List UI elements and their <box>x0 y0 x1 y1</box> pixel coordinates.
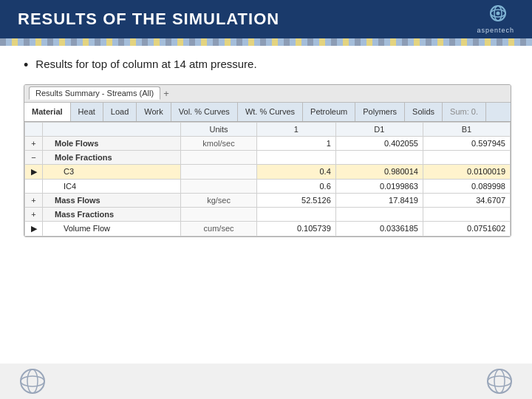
val-massfractions-d1 <box>335 207 423 221</box>
bullet-text: Results for top of column at 14 atm pres… <box>35 58 256 70</box>
units-mole-flows: kmol/sec <box>181 136 256 150</box>
expand-ic4 <box>25 179 43 193</box>
label-ic4: IC4 <box>43 179 181 193</box>
logo-text: aspentech <box>477 27 514 34</box>
results-window: Results Summary - Streams (All) + Materi… <box>24 84 511 237</box>
tab-load[interactable]: Load <box>103 103 137 121</box>
col-b1-header: B1 <box>423 122 510 136</box>
units-mole-fractions <box>181 150 256 164</box>
decorative-border <box>0 38 532 46</box>
table-row: ▶ C3 0.4 0.980014 0.0100019 <box>25 164 511 179</box>
aspentech-logo-icon <box>482 4 514 27</box>
logo-area: aspentech <box>477 4 514 34</box>
col-units-header: Units <box>181 122 256 136</box>
table-row: − Mole Fractions <box>25 150 511 164</box>
page-title: RESULTS OF THE SIMULATION <box>18 10 279 29</box>
svg-point-8 <box>494 369 505 393</box>
col-expand-header <box>25 122 43 136</box>
val-ic4-b1: 0.089998 <box>423 179 510 193</box>
val-ic4-1: 0.6 <box>256 179 335 193</box>
val-massflows-1: 52.5126 <box>256 193 335 207</box>
svg-point-5 <box>27 369 38 393</box>
expand-mass-flows[interactable]: + <box>25 193 43 207</box>
label-mass-flows: Mass Flows <box>43 193 181 207</box>
svg-point-3 <box>497 12 500 16</box>
svg-point-4 <box>21 369 44 393</box>
tab-material[interactable]: Material <box>24 103 71 121</box>
expand-mass-fractions[interactable]: + <box>25 207 43 221</box>
val-molefractions-b1 <box>423 150 510 164</box>
units-c3 <box>181 164 256 179</box>
expand-c3[interactable]: ▶ <box>25 164 43 179</box>
label-mole-fractions: Mole Fractions <box>43 150 181 164</box>
val-volflow-b1: 0.0751602 <box>423 221 510 236</box>
val-molefractions-d1 <box>335 150 423 164</box>
label-c3: C3 <box>43 164 181 179</box>
val-massfractions-b1 <box>423 207 510 221</box>
results-table: Units 1 D1 B1 + Mole Flows kmol/sec 1 0.… <box>24 122 511 236</box>
val-moleflows-d1: 0.402055 <box>335 136 423 150</box>
bottom-decoration <box>0 364 532 399</box>
val-moleflows-1: 1 <box>256 136 335 150</box>
content-area: • Results for top of column at 14 atm pr… <box>0 46 532 249</box>
table-row: + Mole Flows kmol/sec 1 0.402055 0.59794… <box>25 136 511 150</box>
val-massflows-d1: 17.8419 <box>335 193 423 207</box>
val-massflows-b1: 34.6707 <box>423 193 510 207</box>
label-volume-flow: Volume Flow <box>43 221 181 236</box>
tab-wt-curves[interactable]: Wt. % Curves <box>238 103 303 121</box>
col-d1-header: D1 <box>335 122 423 136</box>
val-c3-b1: 0.0100019 <box>423 164 510 179</box>
col-label-header <box>43 122 181 136</box>
tab-sum[interactable]: Sum: 0. <box>443 103 486 121</box>
bullet-icon: • <box>24 58 28 74</box>
label-mole-flows: Mole Flows <box>43 136 181 150</box>
tab-polymers[interactable]: Polymers <box>355 103 405 121</box>
page-header: RESULTS OF THE SIMULATION aspentech <box>0 0 532 38</box>
val-c3-d1: 0.980014 <box>335 164 423 179</box>
units-mass-flows: kg/sec <box>181 193 256 207</box>
svg-point-9 <box>488 376 511 386</box>
bullet-point: • Results for top of column at 14 atm pr… <box>24 58 508 74</box>
bottom-right-deco-icon <box>482 366 517 396</box>
tab-work[interactable]: Work <box>137 103 171 121</box>
add-tab-button[interactable]: + <box>163 88 169 99</box>
units-mass-fractions <box>181 207 256 221</box>
tab-row: Material Heat Load Work Vol. % Curves Wt… <box>24 103 511 122</box>
window-tab-active[interactable]: Results Summary - Streams (All) <box>29 86 160 100</box>
table-row: + Mass Fractions <box>25 207 511 221</box>
expand-mole-flows[interactable]: + <box>25 136 43 150</box>
val-volflow-1: 0.105739 <box>256 221 335 236</box>
val-massfractions-1 <box>256 207 335 221</box>
label-mass-fractions: Mass Fractions <box>43 207 181 221</box>
table-header-row: Units 1 D1 B1 <box>25 122 511 136</box>
val-ic4-d1: 0.0199863 <box>335 179 423 193</box>
tab-heat[interactable]: Heat <box>71 103 103 121</box>
svg-point-6 <box>21 376 44 386</box>
table-row: IC4 0.6 0.0199863 0.089998 <box>25 179 511 193</box>
val-moleflows-b1: 0.597945 <box>423 136 510 150</box>
expand-volume-flow[interactable]: ▶ <box>25 221 43 236</box>
svg-point-7 <box>488 369 511 393</box>
table-row: + Mass Flows kg/sec 52.5126 17.8419 34.6… <box>25 193 511 207</box>
window-titlebar: Results Summary - Streams (All) + <box>24 85 511 103</box>
val-volflow-d1: 0.0336185 <box>335 221 423 236</box>
units-ic4 <box>181 179 256 193</box>
val-c3-1: 0.4 <box>256 164 335 179</box>
tab-vol-curves[interactable]: Vol. % Curves <box>171 103 238 121</box>
tab-solids[interactable]: Solids <box>405 103 443 121</box>
data-table-wrapper: Units 1 D1 B1 + Mole Flows kmol/sec 1 0.… <box>24 122 511 236</box>
table-row: ▶ Volume Flow cum/sec 0.105739 0.0336185… <box>25 221 511 236</box>
bottom-left-deco-icon <box>15 366 50 396</box>
val-molefractions-1 <box>256 150 335 164</box>
expand-mole-fractions[interactable]: − <box>25 150 43 164</box>
units-volume-flow: cum/sec <box>181 221 256 236</box>
col-1-header: 1 <box>256 122 335 136</box>
tab-petroleum[interactable]: Petroleum <box>303 103 355 121</box>
